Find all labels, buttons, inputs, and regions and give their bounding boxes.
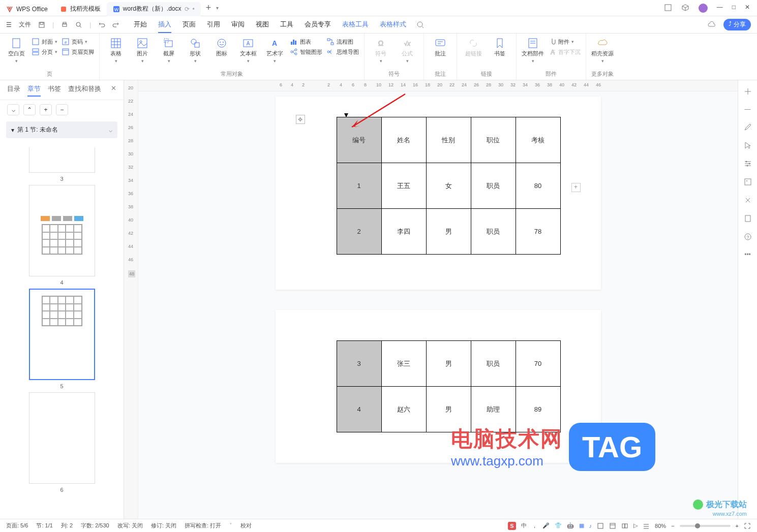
music-icon[interactable]: ♪	[589, 523, 592, 529]
status-lang[interactable]: 中	[521, 522, 527, 529]
view-read-icon[interactable]	[621, 522, 628, 529]
cell[interactable]: 78	[516, 209, 560, 255]
page-5[interactable]: ✥ 编号 姓名 性别 职位 考核 1 王五 女 职员 80	[276, 97, 601, 290]
cell[interactable]: 70	[516, 341, 560, 387]
zoom-in-button[interactable]: +	[736, 523, 739, 529]
cell[interactable]: 男	[426, 341, 471, 387]
sidebar-tab-chapter[interactable]: 章节	[27, 84, 41, 97]
textbox-button[interactable]: A文本框▾	[237, 36, 259, 64]
cell[interactable]: 男	[426, 209, 471, 255]
tab-page[interactable]: 页面	[183, 17, 196, 33]
bookmark-button[interactable]: 书签	[489, 36, 511, 57]
maximize-button[interactable]: □	[732, 4, 736, 13]
cell[interactable]: 赵六	[381, 387, 426, 432]
status-page[interactable]: 页面: 5/6	[6, 522, 28, 529]
robot-icon[interactable]: 🤖	[567, 522, 574, 529]
section-menu-icon[interactable]: ⌵	[109, 127, 112, 134]
cell[interactable]: 职员	[471, 341, 516, 387]
tab-dropdown-icon[interactable]: ▾	[216, 5, 219, 11]
settings-icon[interactable]	[744, 160, 752, 168]
sidebar-tab-bookmark[interactable]: 书签	[48, 84, 61, 97]
attachment-button[interactable]: 附件▾	[548, 38, 581, 46]
icon-button[interactable]: 图标	[210, 36, 233, 57]
image-icon[interactable]	[744, 178, 752, 186]
tab-table-tools[interactable]: 表格工具	[342, 17, 369, 33]
comment-button[interactable]: 批注	[429, 36, 451, 57]
mindmap-button[interactable]: 思维导图	[326, 48, 359, 56]
wordart-button[interactable]: A艺术字▾	[263, 36, 286, 64]
sidebar-close-icon[interactable]: ✕	[111, 84, 116, 97]
th-score[interactable]: 考核	[516, 117, 560, 163]
pagenum-button[interactable]: #页码▾	[62, 38, 94, 46]
ime-dot[interactable]: ，	[532, 522, 537, 529]
cell[interactable]: 张三	[381, 341, 426, 387]
status-revision[interactable]: 修订: 关闭	[151, 522, 176, 529]
tab-start[interactable]: 开始	[134, 17, 147, 33]
chevron-down-icon[interactable]: ˅	[229, 522, 232, 529]
tab-more-icon[interactable]: •	[193, 6, 195, 13]
mic-icon[interactable]: 🎤	[542, 522, 550, 529]
pen-icon[interactable]	[744, 123, 752, 131]
cube-icon[interactable]	[664, 4, 672, 13]
tab-review[interactable]: 审阅	[231, 17, 245, 33]
table-move-handle[interactable]: ✥	[296, 115, 305, 124]
menu-icon[interactable]: ☰	[6, 21, 12, 28]
clipboard-icon[interactable]	[744, 214, 752, 223]
data-table-2[interactable]: 3 张三 男 职员 70 4 赵六 男 助理 89	[337, 340, 561, 432]
template-tab[interactable]: 找稻壳模板	[54, 2, 107, 16]
cloud-icon[interactable]	[707, 20, 716, 29]
more-icon[interactable]: •••	[744, 251, 751, 258]
sidebar-collapse-button[interactable]: ⌵	[7, 104, 19, 115]
view-web-icon[interactable]	[609, 522, 616, 529]
data-table-1[interactable]: 编号 姓名 性别 职位 考核 1 王五 女 职员 80 2 李四 男	[337, 117, 561, 255]
zoom-value[interactable]: 80%	[655, 523, 666, 529]
grid-icon[interactable]: ▦	[579, 522, 584, 529]
wrench-icon[interactable]	[744, 196, 752, 204]
chart-button[interactable]: 图表	[290, 38, 322, 46]
close-button[interactable]: ✕	[745, 4, 750, 13]
status-overwrite[interactable]: 改写: 关闭	[117, 522, 143, 529]
sidebar-remove-button[interactable]: −	[56, 104, 68, 115]
tab-reference[interactable]: 引用	[207, 17, 220, 33]
cursor-icon[interactable]	[744, 141, 752, 149]
tab-table-style[interactable]: 表格样式	[380, 17, 406, 33]
th-position[interactable]: 职位	[471, 117, 516, 163]
view-print-icon[interactable]	[597, 522, 604, 529]
fullscreen-icon[interactable]	[744, 522, 751, 529]
sidebar-add-button[interactable]: +	[40, 104, 52, 115]
page-thumb-4[interactable]	[29, 185, 95, 276]
formula-button[interactable]: √x公式▾	[396, 36, 418, 64]
redo-icon[interactable]	[112, 21, 119, 28]
help-icon[interactable]: ?	[744, 233, 752, 241]
smartart-button[interactable]: 智能图形	[290, 48, 322, 56]
table-button[interactable]: 表格▾	[105, 36, 127, 64]
undo-icon[interactable]	[98, 21, 105, 28]
tshirt-icon[interactable]: 👕	[555, 522, 562, 529]
headerfooter-button[interactable]: 页眉页脚	[62, 48, 94, 56]
sidebar-tab-toc[interactable]: 目录	[7, 84, 20, 97]
tab-member[interactable]: 会员专享	[305, 17, 331, 33]
cell[interactable]: 女	[426, 163, 471, 209]
screenshot-button[interactable]: 截屏▾	[158, 36, 180, 64]
zoom-out-button[interactable]: −	[671, 523, 674, 529]
status-proof[interactable]: 校对	[240, 522, 252, 529]
blank-page-button[interactable]: 空白页▾	[5, 36, 27, 64]
minimize-button[interactable]: —	[717, 4, 723, 13]
cell[interactable]: 职员	[471, 163, 516, 209]
cell[interactable]: 王五	[381, 163, 426, 209]
expand-icon[interactable]	[744, 87, 752, 96]
add-column-button[interactable]: +	[571, 183, 581, 192]
document-tab[interactable]: W word教程（新）.docx ⟳ •	[107, 2, 201, 16]
play-icon[interactable]: ▷	[633, 522, 638, 529]
package-icon[interactable]	[681, 4, 689, 13]
sidebar-expand-button[interactable]: ⌃	[23, 104, 36, 115]
section-item[interactable]: ▾ 第 1 节: 未命名 ⌵	[6, 121, 117, 138]
cell[interactable]: 李四	[381, 209, 426, 255]
tab-insert[interactable]: 插入	[158, 17, 171, 33]
minus-icon[interactable]: —	[745, 106, 751, 113]
view-outline-icon[interactable]	[643, 522, 650, 529]
cell[interactable]: 2	[337, 209, 381, 255]
cell[interactable]: 3	[337, 341, 381, 387]
new-tab-button[interactable]: +	[201, 3, 217, 13]
cover-button[interactable]: 封面▾	[32, 38, 57, 46]
